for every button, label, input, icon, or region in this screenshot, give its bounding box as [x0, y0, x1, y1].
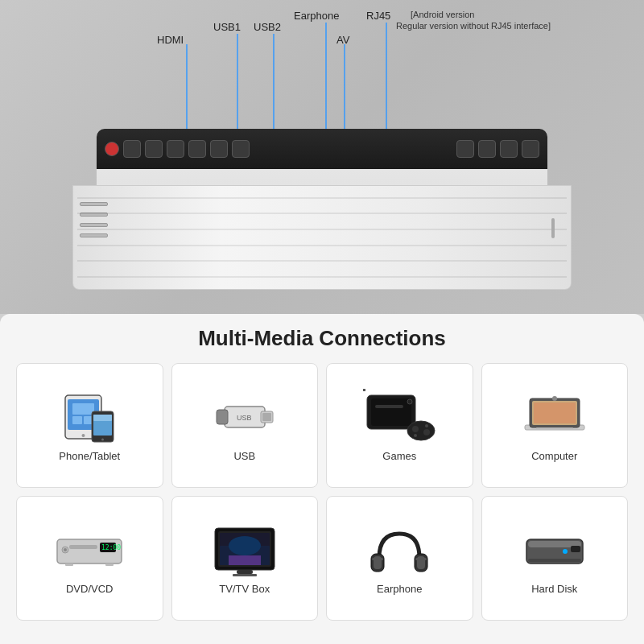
grid-item-games: Games [326, 363, 473, 488]
earphone-label: Earphone [294, 10, 339, 22]
svg-point-24 [407, 399, 412, 404]
projector-top-panel [97, 129, 547, 169]
dvd-label: DVD/VCD [66, 583, 114, 595]
ok-button [232, 140, 250, 158]
hard-disk-icon [518, 522, 591, 578]
grid-item-usb: USB USB [171, 363, 319, 488]
earphone-label: Earphone [377, 583, 422, 595]
bottom-section: Multi-Media Connections [0, 314, 644, 644]
hard-disk-label: Hard Disk [531, 583, 577, 595]
svg-point-36 [552, 396, 557, 401]
usb-icon: USB [208, 389, 281, 445]
hdmi-label: HDMI [157, 34, 184, 46]
svg-rect-18 [262, 413, 271, 421]
extra-button1 [500, 140, 518, 158]
svg-rect-50 [229, 555, 261, 565]
games-icon [363, 389, 436, 445]
svg-rect-8 [72, 403, 94, 415]
svg-text:USB: USB [237, 414, 252, 422]
svg-rect-35 [536, 427, 573, 430]
right-button [210, 140, 228, 158]
svg-rect-44 [105, 564, 114, 566]
media-grid: Phone/Tablet USB USB [16, 363, 628, 621]
svg-rect-14 [93, 415, 112, 421]
svg-point-11 [82, 434, 85, 437]
earphone-icon [363, 522, 436, 578]
svg-text:12:00: 12:00 [101, 544, 121, 551]
svg-point-25 [407, 421, 435, 440]
svg-point-62 [563, 549, 568, 554]
rj45-note2: Regular version without RJ45 interface] [396, 21, 551, 31]
svg-rect-23 [375, 405, 403, 408]
projector [72, 129, 572, 290]
svg-rect-30 [363, 389, 365, 391]
extra-button2 [522, 140, 539, 158]
svg-rect-20 [217, 410, 228, 424]
svg-rect-43 [65, 564, 73, 566]
games-label: Games [382, 450, 416, 462]
vol-up-button [456, 140, 474, 158]
computer-label: Computer [531, 450, 577, 462]
svg-rect-22 [371, 398, 411, 426]
vol-down-button [478, 140, 496, 158]
up-button [167, 140, 184, 158]
svg-rect-51 [237, 570, 253, 574]
grid-item-computer: Computer [481, 363, 629, 488]
usb1-label: USB1 [213, 21, 241, 33]
svg-rect-61 [571, 546, 580, 552]
svg-rect-52 [233, 574, 257, 576]
svg-rect-58 [415, 558, 427, 560]
left-button [145, 140, 163, 158]
computer-icon [518, 389, 591, 445]
top-section: HDMI USB1 USB2 Earphone AV RJ45 [Android… [0, 0, 644, 314]
rj45-note1: [Android version [411, 10, 475, 19]
svg-point-26 [412, 426, 419, 432]
dvd-icon: 12:00 [53, 522, 126, 578]
tv-icon [208, 522, 281, 578]
grid-item-phone-tablet: Phone/Tablet [16, 363, 163, 488]
tv-label: TV/TV Box [219, 583, 270, 595]
svg-point-42 [64, 548, 67, 551]
projector-body-main [72, 185, 572, 290]
power-button-icon [105, 142, 119, 156]
grid-item-hard-disk: Hard Disk [481, 496, 629, 621]
svg-point-49 [229, 536, 261, 555]
svg-point-27 [423, 429, 430, 436]
svg-rect-34 [534, 402, 576, 423]
menu-button [123, 140, 141, 158]
phone-tablet-icon [53, 389, 126, 445]
av-label: AV [336, 34, 349, 46]
svg-point-15 [101, 439, 104, 441]
grid-item-earphone: Earphone [326, 496, 473, 621]
svg-rect-57 [372, 558, 383, 560]
svg-point-28 [414, 434, 417, 437]
svg-point-29 [425, 424, 428, 427]
usb2-label: USB2 [254, 21, 281, 33]
section-title: Multi-Media Connections [16, 326, 628, 351]
phone-tablet-label: Phone/Tablet [59, 450, 120, 462]
svg-rect-63 [528, 559, 581, 562]
projector-ribs [73, 186, 571, 289]
rj45-label: RJ45 [366, 10, 390, 22]
grid-item-tv: TV/TV Box [171, 496, 319, 621]
sd-slot [551, 218, 555, 238]
usb-label: USB [233, 450, 255, 462]
svg-rect-9 [72, 416, 82, 424]
svg-rect-38 [69, 545, 97, 549]
grid-item-dvd: 12:00 DVD/VCD [16, 496, 163, 621]
down-button [188, 140, 206, 158]
